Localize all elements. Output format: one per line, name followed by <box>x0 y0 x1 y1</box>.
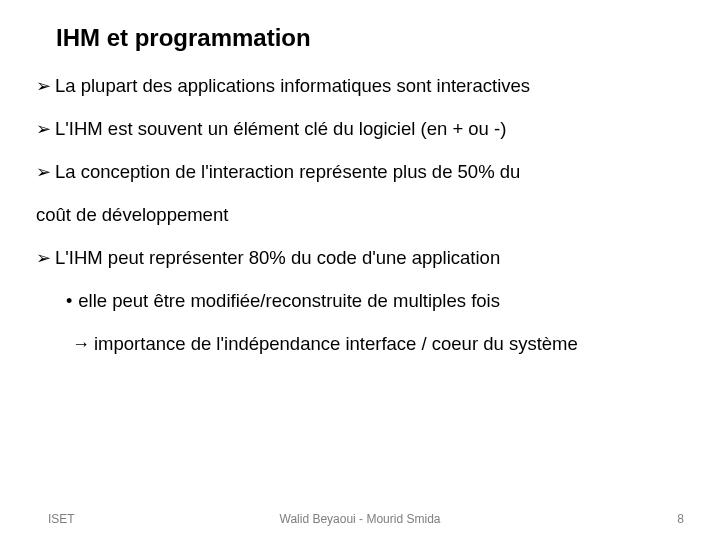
triangle-icon: ➢ <box>36 74 51 98</box>
bullet-text: coût de développement <box>36 204 228 225</box>
bullet-text: importance de l'indépendance interface /… <box>94 332 684 357</box>
bullet-text: L'IHM est souvent un élément clé du logi… <box>55 117 684 142</box>
bullet-text: La plupart des applications informatique… <box>55 74 684 99</box>
triangle-icon: ➢ <box>36 246 51 270</box>
triangle-icon: ➢ <box>36 117 51 141</box>
bullet-text: L'IHM peut représenter 80% du code d'une… <box>55 246 684 271</box>
bullet-icon: • <box>66 289 72 313</box>
arrow-icon: → <box>72 332 90 356</box>
page-number: 8 <box>677 512 684 526</box>
slide: IHM et programmation ➢ La plupart des ap… <box>0 0 720 540</box>
slide-body: ➢ La plupart des applications informatiq… <box>36 74 684 357</box>
bullet-text: elle peut être modifiée/reconstruite de … <box>78 289 684 314</box>
bullet-item-2: ➢ L'IHM est souvent un élément clé du lo… <box>36 117 684 142</box>
footer-left: ISET <box>48 512 75 526</box>
sub-bullet-item-2: → importance de l'indépendance interface… <box>72 332 684 357</box>
bullet-item-3: ➢ La conception de l'interaction représe… <box>36 160 684 185</box>
sub-bullet-item-1: • elle peut être modifiée/reconstruite d… <box>66 289 684 314</box>
bullet-item-3-continuation: coût de développement <box>36 203 684 228</box>
bullet-item-4: ➢ L'IHM peut représenter 80% du code d'u… <box>36 246 684 271</box>
slide-title: IHM et programmation <box>56 24 684 52</box>
bullet-text: La conception de l'interaction représent… <box>55 160 684 185</box>
slide-footer: ISET Walid Beyaoui - Mourid Smida 8 <box>0 512 720 526</box>
bullet-item-1: ➢ La plupart des applications informatiq… <box>36 74 684 99</box>
footer-center: Walid Beyaoui - Mourid Smida <box>280 512 441 526</box>
triangle-icon: ➢ <box>36 160 51 184</box>
